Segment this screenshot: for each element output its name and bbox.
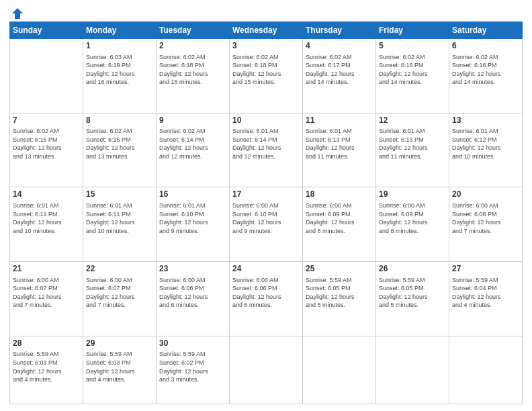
day-info: Sunrise: 6:00 AM Sunset: 6:08 PM Dayligh… [452, 201, 519, 235]
day-info: Sunrise: 5:59 AM Sunset: 6:05 PM Dayligh… [306, 276, 373, 310]
calendar-cell: 4Sunrise: 6:02 AM Sunset: 6:17 PM Daylig… [303, 39, 376, 113]
calendar-cell: 15Sunrise: 6:01 AM Sunset: 6:11 PM Dayli… [83, 187, 157, 262]
day-number: 18 [306, 189, 373, 200]
day-info: Sunrise: 5:59 AM Sunset: 6:03 PM Dayligh… [86, 350, 153, 383]
day-number: 4 [306, 41, 373, 52]
calendar-cell: 1Sunrise: 6:03 AM Sunset: 6:19 PM Daylig… [83, 39, 157, 113]
calendar-cell: 24Sunrise: 6:00 AM Sunset: 6:06 PM Dayli… [230, 262, 303, 336]
calendar-cell: 29Sunrise: 5:59 AM Sunset: 6:03 PM Dayli… [83, 336, 157, 404]
day-info: Sunrise: 6:02 AM Sunset: 6:15 PM Dayligh… [86, 127, 153, 161]
calendar-cell: 30Sunrise: 5:59 AM Sunset: 6:02 PM Dayli… [157, 336, 230, 404]
calendar-cell: 28Sunrise: 5:59 AM Sunset: 6:03 PM Dayli… [10, 336, 83, 404]
logo-icon [11, 7, 24, 20]
day-info: Sunrise: 6:00 AM Sunset: 6:07 PM Dayligh… [13, 276, 80, 310]
day-info: Sunrise: 6:02 AM Sunset: 6:18 PM Dayligh… [159, 53, 226, 87]
calendar-cell [376, 336, 449, 404]
day-number: 17 [232, 189, 300, 200]
calendar-cell: 22Sunrise: 6:00 AM Sunset: 6:07 PM Dayli… [83, 262, 157, 336]
calendar-cell [10, 39, 83, 113]
day-info: Sunrise: 6:01 AM Sunset: 6:10 PM Dayligh… [159, 201, 226, 235]
day-info: Sunrise: 6:00 AM Sunset: 6:06 PM Dayligh… [159, 276, 226, 310]
calendar-cell [449, 336, 523, 404]
calendar-cell: 23Sunrise: 6:00 AM Sunset: 6:06 PM Dayli… [157, 262, 230, 336]
calendar-table: SundayMondayTuesdayWednesdayThursdayFrid… [9, 21, 523, 404]
calendar-cell: 10Sunrise: 6:01 AM Sunset: 6:14 PM Dayli… [230, 113, 303, 187]
day-number: 13 [452, 116, 519, 126]
weekday-header-thursday: Thursday [303, 22, 376, 39]
day-info: Sunrise: 6:02 AM Sunset: 6:14 PM Dayligh… [159, 127, 226, 161]
day-info: Sunrise: 6:01 AM Sunset: 6:11 PM Dayligh… [86, 201, 153, 235]
calendar-cell: 26Sunrise: 5:59 AM Sunset: 6:05 PM Dayli… [376, 262, 449, 336]
calendar-cell: 21Sunrise: 6:00 AM Sunset: 6:07 PM Dayli… [10, 262, 83, 336]
day-number: 21 [13, 264, 80, 275]
day-number: 19 [379, 189, 446, 200]
day-number: 28 [13, 338, 80, 349]
day-info: Sunrise: 6:01 AM Sunset: 6:11 PM Dayligh… [13, 201, 80, 235]
calendar-cell: 13Sunrise: 6:01 AM Sunset: 6:12 PM Dayli… [449, 113, 523, 187]
logo [9, 7, 24, 17]
day-number: 15 [86, 189, 153, 200]
day-number: 14 [13, 189, 80, 200]
weekday-header-friday: Friday [376, 22, 449, 39]
day-info: Sunrise: 5:59 AM Sunset: 6:03 PM Dayligh… [13, 350, 80, 383]
weekday-header-row: SundayMondayTuesdayWednesdayThursdayFrid… [10, 22, 523, 39]
calendar-cell: 20Sunrise: 6:00 AM Sunset: 6:08 PM Dayli… [449, 187, 523, 262]
day-info: Sunrise: 6:00 AM Sunset: 6:06 PM Dayligh… [232, 276, 300, 310]
page: SundayMondayTuesdayWednesdayThursdayFrid… [0, 0, 532, 411]
calendar-week-row: 14Sunrise: 6:01 AM Sunset: 6:11 PM Dayli… [10, 187, 523, 262]
day-info: Sunrise: 6:01 AM Sunset: 6:14 PM Dayligh… [232, 127, 300, 161]
day-info: Sunrise: 6:02 AM Sunset: 6:15 PM Dayligh… [13, 127, 80, 161]
day-number: 22 [86, 264, 153, 275]
day-info: Sunrise: 6:01 AM Sunset: 6:13 PM Dayligh… [306, 127, 373, 161]
day-number: 7 [13, 116, 80, 126]
day-number: 11 [306, 116, 373, 126]
day-info: Sunrise: 6:01 AM Sunset: 6:12 PM Dayligh… [452, 127, 519, 161]
calendar-cell: 27Sunrise: 5:59 AM Sunset: 6:04 PM Dayli… [449, 262, 523, 336]
calendar-cell: 8Sunrise: 6:02 AM Sunset: 6:15 PM Daylig… [83, 113, 157, 187]
day-info: Sunrise: 5:59 AM Sunset: 6:05 PM Dayligh… [379, 276, 446, 310]
day-info: Sunrise: 6:00 AM Sunset: 6:09 PM Dayligh… [306, 201, 373, 235]
weekday-header-monday: Monday [83, 22, 157, 39]
calendar-cell [303, 336, 376, 404]
calendar-week-row: 1Sunrise: 6:03 AM Sunset: 6:19 PM Daylig… [10, 39, 523, 113]
calendar-week-row: 7Sunrise: 6:02 AM Sunset: 6:15 PM Daylig… [10, 113, 523, 187]
day-info: Sunrise: 6:00 AM Sunset: 6:10 PM Dayligh… [232, 201, 300, 235]
day-number: 12 [379, 116, 446, 126]
day-number: 25 [306, 264, 373, 275]
day-number: 1 [86, 41, 153, 52]
day-info: Sunrise: 6:02 AM Sunset: 6:16 PM Dayligh… [379, 53, 446, 87]
day-number: 8 [86, 116, 153, 126]
day-info: Sunrise: 6:00 AM Sunset: 6:07 PM Dayligh… [86, 276, 153, 310]
day-number: 9 [159, 116, 226, 126]
day-number: 10 [232, 116, 300, 126]
calendar-cell: 9Sunrise: 6:02 AM Sunset: 6:14 PM Daylig… [157, 113, 230, 187]
calendar-cell: 16Sunrise: 6:01 AM Sunset: 6:10 PM Dayli… [157, 187, 230, 262]
weekday-header-sunday: Sunday [10, 22, 83, 39]
calendar-week-row: 21Sunrise: 6:00 AM Sunset: 6:07 PM Dayli… [10, 262, 523, 336]
calendar-week-row: 28Sunrise: 5:59 AM Sunset: 6:03 PM Dayli… [10, 336, 523, 404]
calendar-cell: 5Sunrise: 6:02 AM Sunset: 6:16 PM Daylig… [376, 39, 449, 113]
day-number: 2 [159, 41, 226, 52]
svg-marker-0 [12, 8, 23, 19]
calendar-cell: 14Sunrise: 6:01 AM Sunset: 6:11 PM Dayli… [10, 187, 83, 262]
calendar-cell: 17Sunrise: 6:00 AM Sunset: 6:10 PM Dayli… [230, 187, 303, 262]
calendar-cell: 2Sunrise: 6:02 AM Sunset: 6:18 PM Daylig… [157, 39, 230, 113]
calendar-cell: 11Sunrise: 6:01 AM Sunset: 6:13 PM Dayli… [303, 113, 376, 187]
day-number: 3 [232, 41, 300, 52]
calendar-cell: 6Sunrise: 6:02 AM Sunset: 6:16 PM Daylig… [449, 39, 523, 113]
calendar-cell: 18Sunrise: 6:00 AM Sunset: 6:09 PM Dayli… [303, 187, 376, 262]
calendar-cell [230, 336, 303, 404]
day-number: 23 [159, 264, 226, 275]
day-number: 16 [159, 189, 226, 200]
day-info: Sunrise: 6:02 AM Sunset: 6:16 PM Dayligh… [452, 53, 519, 87]
weekday-header-saturday: Saturday [449, 22, 523, 39]
day-number: 20 [452, 189, 519, 200]
calendar-cell: 3Sunrise: 6:02 AM Sunset: 6:18 PM Daylig… [230, 39, 303, 113]
day-number: 6 [452, 41, 519, 52]
weekday-header-wednesday: Wednesday [230, 22, 303, 39]
day-number: 5 [379, 41, 446, 52]
calendar-cell: 7Sunrise: 6:02 AM Sunset: 6:15 PM Daylig… [10, 113, 83, 187]
day-info: Sunrise: 6:02 AM Sunset: 6:18 PM Dayligh… [232, 53, 300, 87]
calendar-cell: 12Sunrise: 6:01 AM Sunset: 6:13 PM Dayli… [376, 113, 449, 187]
day-info: Sunrise: 5:59 AM Sunset: 6:04 PM Dayligh… [452, 276, 519, 310]
